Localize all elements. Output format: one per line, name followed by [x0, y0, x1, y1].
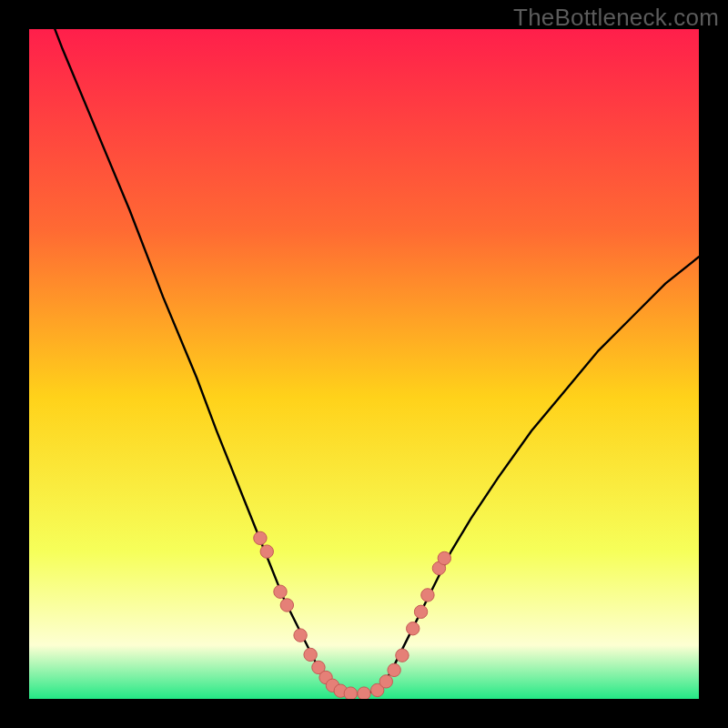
plot-area [29, 29, 699, 699]
sample-point [379, 675, 392, 688]
sample-point [254, 531, 267, 544]
chart-canvas [29, 29, 699, 699]
watermark-text: TheBottleneck.com [513, 4, 719, 32]
sample-point [407, 622, 420, 635]
sample-point [414, 605, 427, 618]
sample-point [280, 599, 293, 612]
chart-frame: TheBottleneck.com [0, 0, 728, 728]
sample-point [421, 589, 434, 602]
sample-point [358, 687, 370, 699]
sample-point [438, 551, 450, 564]
gradient-background [29, 29, 699, 699]
sample-point [396, 649, 409, 662]
sample-point [344, 687, 357, 699]
sample-point [304, 648, 317, 661]
sample-point [388, 663, 400, 676]
sample-point [274, 585, 287, 598]
sample-point [294, 629, 307, 642]
sample-point [260, 545, 273, 558]
